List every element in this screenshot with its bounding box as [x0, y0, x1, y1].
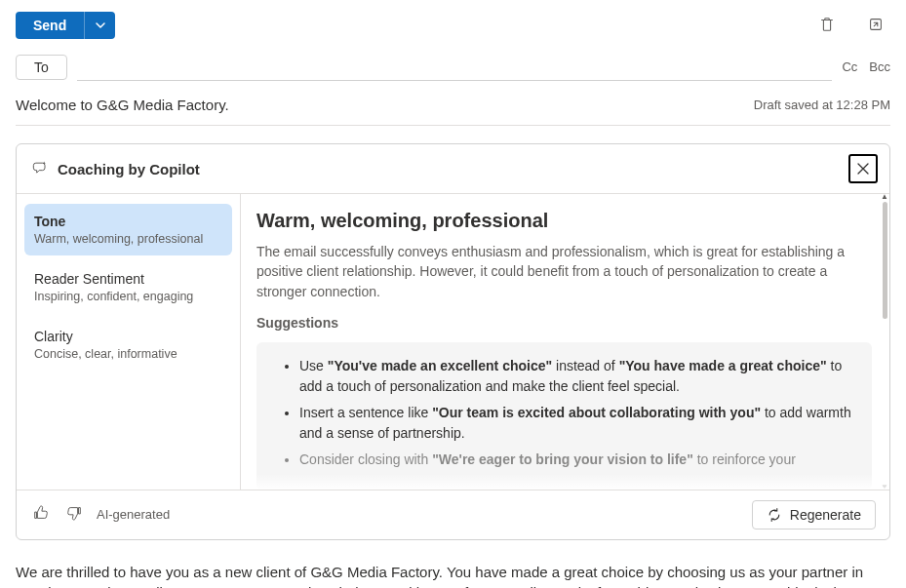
- suggestion-item: Use "You've made an excellent choice" in…: [299, 356, 856, 397]
- content-title: Warm, welcoming, professional: [256, 210, 872, 232]
- bcc-button[interactable]: Bcc: [869, 59, 890, 74]
- coaching-item-reader-sentiment[interactable]: Reader Sentiment Inspiring, confident, e…: [24, 261, 232, 313]
- send-options-button[interactable]: [84, 12, 115, 39]
- to-button[interactable]: To: [16, 55, 67, 80]
- thumbs-up-icon: [32, 504, 50, 522]
- coaching-item-subtitle: Concise, clear, informative: [34, 347, 222, 361]
- coaching-body: Tone Warm, welcoming, professional Reade…: [17, 194, 889, 490]
- draft-saved-label: Draft saved at 12:28 PM: [754, 98, 890, 112]
- coaching-item-subtitle: Warm, welcoming, professional: [34, 232, 222, 246]
- copilot-coaching-icon: [30, 159, 50, 178]
- top-actions: [816, 14, 890, 38]
- thumbs-down-button[interactable]: [63, 502, 85, 527]
- coaching-item-title: Reader Sentiment: [34, 271, 222, 287]
- coaching-header: Coaching by Copilot: [17, 144, 889, 194]
- coaching-panel: Coaching by Copilot Tone Warm, welcoming…: [16, 143, 890, 540]
- coaching-item-tone[interactable]: Tone Warm, welcoming, professional: [24, 204, 232, 255]
- coaching-item-title: Clarity: [34, 329, 222, 344]
- close-coaching-button[interactable]: [848, 154, 878, 183]
- suggestion-item: Consider closing with "We're eager to br…: [299, 450, 856, 470]
- regenerate-button[interactable]: Regenerate: [752, 500, 876, 529]
- subject-text[interactable]: Welcome to G&G Media Factory.: [16, 97, 229, 113]
- coaching-item-clarity[interactable]: Clarity Concise, clear, informative: [24, 319, 232, 371]
- cc-button[interactable]: Cc: [842, 59, 857, 74]
- thumbs-down-icon: [65, 504, 83, 522]
- discard-button[interactable]: [816, 14, 838, 38]
- to-row: To Cc Bcc: [16, 53, 890, 81]
- close-icon: [856, 162, 870, 176]
- send-button-group: Send: [16, 12, 115, 39]
- popout-icon: [867, 16, 885, 33]
- coaching-content: ▲ ▼ Warm, welcoming, professional The em…: [241, 194, 889, 490]
- email-body[interactable]: We are thrilled to have you as a new cli…: [16, 562, 890, 588]
- suggestion-item: Insert a sentence like "Our team is exci…: [299, 403, 856, 444]
- trash-icon: [818, 16, 836, 33]
- chevron-down-icon: [95, 20, 106, 31]
- content-scrollbar[interactable]: [883, 202, 887, 319]
- popout-button[interactable]: [865, 14, 886, 38]
- coaching-title: Coaching by Copilot: [58, 161, 200, 177]
- cc-bcc-group: Cc Bcc: [842, 59, 890, 74]
- suggestions-box: Use "You've made an excellent choice" in…: [256, 342, 872, 490]
- regenerate-label: Regenerate: [790, 507, 861, 523]
- regenerate-icon: [767, 507, 782, 523]
- suggestions-label: Suggestions: [256, 315, 872, 331]
- content-description: The email successfully conveys enthusias…: [256, 242, 872, 301]
- scroll-up-arrow[interactable]: ▲: [881, 194, 888, 201]
- coaching-item-title: Tone: [34, 214, 222, 229]
- coaching-sidebar: Tone Warm, welcoming, professional Reade…: [17, 194, 241, 490]
- to-input[interactable]: [77, 53, 833, 81]
- scroll-down-arrow[interactable]: ▼: [881, 483, 888, 490]
- coaching-footer: AI-generated Regenerate: [17, 490, 889, 539]
- compose-toolbar: Send: [16, 12, 890, 49]
- ai-generated-label: AI-generated: [97, 507, 170, 522]
- subject-row: Welcome to G&G Media Factory. Draft save…: [16, 81, 890, 126]
- coaching-item-subtitle: Inspiring, confident, engaging: [34, 290, 222, 303]
- thumbs-up-button[interactable]: [30, 502, 52, 527]
- send-button[interactable]: Send: [16, 12, 84, 39]
